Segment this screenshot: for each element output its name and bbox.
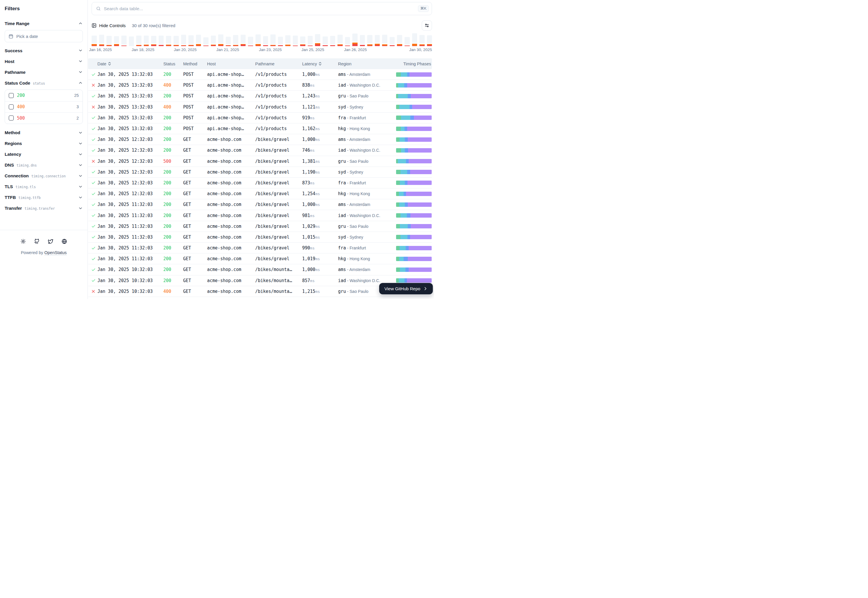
table-row[interactable]: Jan 30, 2025 12:32:03200GETacme-shop.com…	[88, 178, 432, 188]
table-row[interactable]: Jan 30, 2025 11:32:03200GETacme-shop.com…	[88, 243, 432, 254]
status-option-500[interactable]: 500 2	[5, 112, 82, 124]
histogram-bar[interactable]	[255, 34, 261, 46]
histogram-bar[interactable]	[308, 36, 313, 46]
histogram-bar[interactable]	[218, 34, 223, 46]
histogram-bar[interactable]	[285, 35, 290, 46]
histogram-bar[interactable]	[412, 33, 417, 46]
status-option-200[interactable]: 200 25	[5, 90, 82, 101]
histogram-bar[interactable]	[353, 34, 358, 46]
sidebar-section-connection[interactable]: Connectiontiming.connection	[4, 172, 83, 180]
table-row[interactable]: Jan 30, 2025 13:32:03200POSTapi.acme-sho…	[88, 69, 432, 80]
histogram-bar[interactable]	[382, 35, 387, 46]
view-options-button[interactable]	[422, 20, 432, 31]
twitter-icon[interactable]	[48, 239, 53, 244]
table-row[interactable]: Jan 30, 2025 10:32:03200GETacme-shop.com…	[88, 264, 432, 275]
histogram-bar[interactable]	[427, 35, 432, 46]
table-row[interactable]: Jan 30, 2025 13:32:03200POSTapi.acme-sho…	[88, 91, 432, 102]
histogram-bar[interactable]	[330, 36, 335, 46]
sidebar-section-ttfb[interactable]: TTFBtiming.ttfb	[4, 193, 83, 202]
checkbox[interactable]	[9, 93, 14, 98]
histogram-bar[interactable]	[390, 37, 395, 46]
view-github-repo-button[interactable]: View GitHub Repo	[379, 283, 433, 295]
header-timing-phases[interactable]: Timing Phases	[396, 61, 432, 66]
histogram-bar[interactable]	[345, 37, 350, 46]
histogram-bar[interactable]	[159, 36, 164, 46]
histogram-bar[interactable]	[151, 36, 156, 46]
histogram-bar[interactable]	[188, 35, 194, 46]
histogram-bar[interactable]	[166, 36, 171, 46]
sidebar-section-success[interactable]: Success	[4, 46, 83, 55]
histogram-bar[interactable]	[226, 37, 231, 46]
histogram-bar[interactable]	[144, 36, 149, 46]
histogram-bar[interactable]	[397, 35, 402, 46]
sidebar-section-method[interactable]: Method	[4, 129, 83, 137]
histogram-bar[interactable]	[136, 36, 142, 46]
histogram-bar[interactable]	[106, 36, 112, 46]
table-row[interactable]: Jan 30, 2025 13:32:03200POSTapi.acme-sho…	[88, 123, 432, 134]
histogram-bar[interactable]	[420, 35, 425, 46]
sidebar-section-host[interactable]: Host	[4, 57, 83, 65]
table-row[interactable]: Jan 30, 2025 13:32:03400POSTapi.acme-sho…	[88, 80, 432, 91]
header-status[interactable]: Status	[163, 61, 183, 66]
sidebar-section-transfer[interactable]: Transfertiming.transfer	[4, 204, 83, 212]
checkbox[interactable]	[9, 115, 14, 121]
sun-icon[interactable]	[20, 239, 26, 244]
sidebar-section-latency[interactable]: Latency	[4, 150, 83, 158]
table-row[interactable]: Jan 30, 2025 11:32:03200GETacme-shop.com…	[88, 232, 432, 243]
histogram-bar[interactable]	[405, 37, 410, 46]
histogram-bar[interactable]	[233, 35, 238, 46]
sidebar-section-tls[interactable]: TLStiming.tls	[4, 182, 83, 191]
header-method[interactable]: Method	[183, 61, 207, 66]
openstatus-link[interactable]: OpenStatus	[44, 250, 67, 255]
header-region[interactable]: Region	[338, 61, 396, 66]
table-row[interactable]: Jan 30, 2025 12:32:03200GETacme-shop.com…	[88, 134, 432, 145]
github-icon[interactable]	[34, 239, 40, 244]
histogram-bar[interactable]	[248, 37, 253, 46]
hide-controls-button[interactable]: Hide Controls	[91, 23, 126, 28]
checkbox[interactable]	[9, 105, 14, 109]
histogram-bar[interactable]	[323, 36, 328, 46]
table-row[interactable]: Jan 30, 2025 12:32:03200GETacme-shop.com…	[88, 188, 432, 199]
table-row[interactable]: Jan 30, 2025 13:32:03400POSTapi.acme-sho…	[88, 102, 432, 113]
histogram-bar[interactable]	[196, 35, 201, 46]
table-row[interactable]: Jan 30, 2025 13:32:03200POSTapi.acme-sho…	[88, 113, 432, 123]
histogram-bar[interactable]	[300, 36, 305, 46]
histogram-bar[interactable]	[338, 35, 343, 46]
table-row[interactable]: Jan 30, 2025 11:32:03200GETacme-shop.com…	[88, 254, 432, 264]
status-option-400[interactable]: 400 3	[5, 101, 82, 113]
histogram-bar[interactable]	[241, 35, 246, 46]
histogram-bar[interactable]	[278, 37, 283, 46]
sidebar-section-status-code[interactable]: Status Codestatus	[4, 79, 83, 87]
sidebar-section-regions[interactable]: Regions	[4, 139, 83, 148]
search-input[interactable]	[104, 6, 415, 11]
histogram-bar[interactable]	[375, 35, 380, 46]
histogram-bar[interactable]	[293, 36, 298, 46]
header-host[interactable]: Host	[207, 61, 255, 66]
globe-icon[interactable]	[61, 239, 67, 244]
histogram-bar[interactable]	[173, 36, 179, 46]
histogram-bar[interactable]	[129, 36, 134, 46]
histogram-bar[interactable]	[99, 35, 105, 46]
histogram-bar[interactable]	[315, 34, 320, 46]
histogram-bar[interactable]	[263, 36, 268, 46]
request-histogram[interactable]	[91, 33, 432, 46]
histogram-bar[interactable]	[203, 37, 209, 46]
header-pathname[interactable]: Pathname	[255, 61, 302, 66]
histogram-bar[interactable]	[181, 35, 187, 46]
date-picker-button[interactable]: Pick a date	[4, 30, 83, 42]
sidebar-section-time-range[interactable]: Time Range	[4, 19, 83, 27]
histogram-bar[interactable]	[121, 36, 127, 46]
header-latency[interactable]: Latency	[302, 61, 338, 66]
histogram-bar[interactable]	[367, 35, 372, 46]
table-row[interactable]: Jan 30, 2025 11:32:03200GETacme-shop.com…	[88, 210, 432, 221]
table-row[interactable]: Jan 30, 2025 11:32:03200GETacme-shop.com…	[88, 221, 432, 232]
table-row[interactable]: Jan 30, 2025 11:32:03200GETacme-shop.com…	[88, 199, 432, 210]
header-date[interactable]: Date	[97, 61, 163, 66]
table-row[interactable]: Jan 30, 2025 12:32:03500GETacme-shop.com…	[88, 156, 432, 167]
histogram-bar[interactable]	[211, 36, 216, 46]
table-row[interactable]: Jan 30, 2025 12:32:03200GETacme-shop.com…	[88, 145, 432, 156]
histogram-bar[interactable]	[360, 35, 365, 46]
table-row[interactable]: Jan 30, 2025 12:32:03200GETacme-shop.com…	[88, 167, 432, 178]
histogram-bar[interactable]	[270, 34, 276, 46]
histogram-bar[interactable]	[114, 36, 119, 46]
